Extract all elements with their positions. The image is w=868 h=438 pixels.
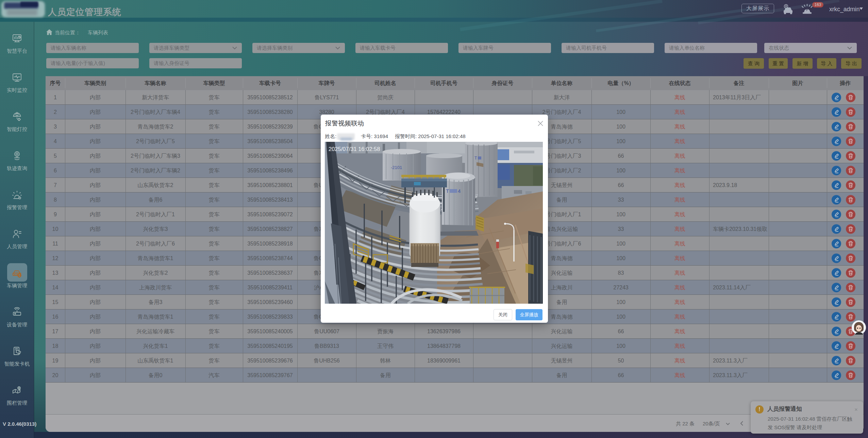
svg-text:-2101: -2101 xyxy=(391,165,402,170)
svg-text:T: T xyxy=(474,156,477,161)
svg-text:2025/07/31 16:02:58: 2025/07/31 16:02:58 xyxy=(329,146,380,152)
svg-text:T: T xyxy=(446,188,449,194)
svg-text:4: 4 xyxy=(458,188,461,194)
